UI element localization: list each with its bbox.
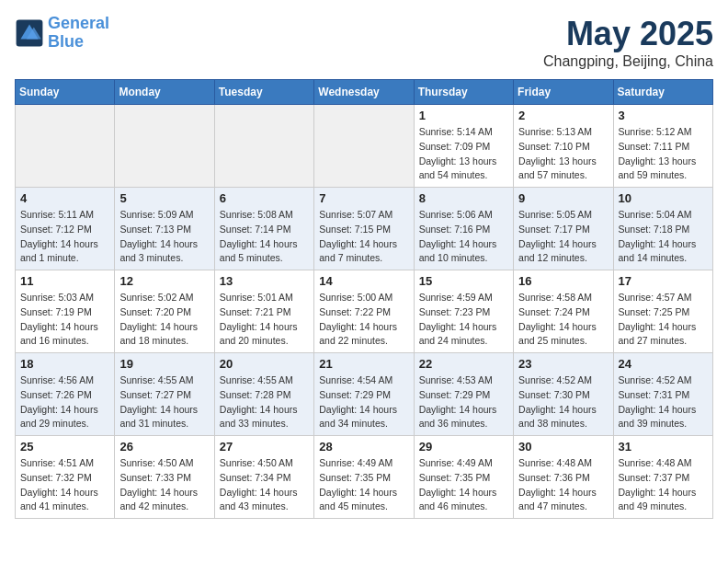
day-info: Sunrise: 5:07 AM Sunset: 7:15 PM Dayligh… <box>319 208 408 266</box>
calendar-cell: 12Sunrise: 5:02 AM Sunset: 7:20 PM Dayli… <box>115 270 214 353</box>
day-number: 20 <box>220 357 309 371</box>
day-number: 28 <box>319 440 408 454</box>
day-info: Sunrise: 4:51 AM Sunset: 7:32 PM Dayligh… <box>20 456 109 514</box>
calendar-week-3: 11Sunrise: 5:03 AM Sunset: 7:19 PM Dayli… <box>16 270 713 353</box>
day-info: Sunrise: 5:14 AM Sunset: 7:09 PM Dayligh… <box>419 125 508 183</box>
day-info: Sunrise: 5:02 AM Sunset: 7:20 PM Dayligh… <box>119 291 209 349</box>
day-info: Sunrise: 5:12 AM Sunset: 7:11 PM Dayligh… <box>619 125 708 183</box>
calendar-cell: 27Sunrise: 4:50 AM Sunset: 7:34 PM Dayli… <box>214 436 313 519</box>
calendar-cell: 20Sunrise: 4:55 AM Sunset: 7:28 PM Dayli… <box>214 353 313 436</box>
day-number: 12 <box>119 274 209 288</box>
day-number: 26 <box>119 440 209 454</box>
logo: General Blue <box>15 15 109 52</box>
day-info: Sunrise: 4:54 AM Sunset: 7:29 PM Dayligh… <box>319 373 408 431</box>
weekday-header-saturday: Saturday <box>613 80 712 105</box>
weekday-header-wednesday: Wednesday <box>314 80 414 105</box>
calendar-cell <box>314 105 414 188</box>
calendar-cell: 22Sunrise: 4:53 AM Sunset: 7:29 PM Dayli… <box>414 353 513 436</box>
day-number: 4 <box>20 191 109 205</box>
calendar-cell: 2Sunrise: 5:13 AM Sunset: 7:10 PM Daylig… <box>514 105 613 188</box>
day-info: Sunrise: 5:05 AM Sunset: 7:17 PM Dayligh… <box>518 208 608 266</box>
day-info: Sunrise: 4:50 AM Sunset: 7:34 PM Dayligh… <box>220 456 309 514</box>
calendar-cell: 5Sunrise: 5:09 AM Sunset: 7:13 PM Daylig… <box>115 188 214 270</box>
day-number: 18 <box>20 357 109 371</box>
day-number: 23 <box>518 357 608 371</box>
day-number: 14 <box>319 274 408 288</box>
day-info: Sunrise: 4:50 AM Sunset: 7:33 PM Dayligh… <box>119 456 209 514</box>
day-info: Sunrise: 5:04 AM Sunset: 7:18 PM Dayligh… <box>619 208 708 266</box>
calendar-cell: 14Sunrise: 5:00 AM Sunset: 7:22 PM Dayli… <box>314 270 414 353</box>
day-number: 6 <box>220 191 309 205</box>
day-info: Sunrise: 5:08 AM Sunset: 7:14 PM Dayligh… <box>220 208 309 266</box>
day-info: Sunrise: 4:58 AM Sunset: 7:24 PM Dayligh… <box>518 291 608 349</box>
day-number: 7 <box>319 191 408 205</box>
calendar-cell: 10Sunrise: 5:04 AM Sunset: 7:18 PM Dayli… <box>613 188 712 270</box>
weekday-header-row: SundayMondayTuesdayWednesdayThursdayFrid… <box>16 80 713 105</box>
day-number: 19 <box>119 357 209 371</box>
page-header: General Blue May 2025 Changping, Beijing… <box>15 15 713 70</box>
day-number: 5 <box>119 191 209 205</box>
day-number: 17 <box>619 274 708 288</box>
calendar-cell: 28Sunrise: 4:49 AM Sunset: 7:35 PM Dayli… <box>314 436 414 519</box>
day-info: Sunrise: 4:48 AM Sunset: 7:37 PM Dayligh… <box>619 456 708 514</box>
calendar-cell: 8Sunrise: 5:06 AM Sunset: 7:16 PM Daylig… <box>414 188 513 270</box>
day-number: 2 <box>518 109 608 122</box>
day-info: Sunrise: 5:06 AM Sunset: 7:16 PM Dayligh… <box>419 208 508 266</box>
weekday-header-sunday: Sunday <box>16 80 115 105</box>
day-number: 25 <box>20 440 109 454</box>
day-info: Sunrise: 4:59 AM Sunset: 7:23 PM Dayligh… <box>419 291 508 349</box>
calendar-cell: 11Sunrise: 5:03 AM Sunset: 7:19 PM Dayli… <box>16 270 115 353</box>
calendar-cell: 19Sunrise: 4:55 AM Sunset: 7:27 PM Dayli… <box>115 353 214 436</box>
day-number: 21 <box>319 357 408 371</box>
day-info: Sunrise: 4:53 AM Sunset: 7:29 PM Dayligh… <box>419 373 508 431</box>
day-number: 10 <box>619 191 708 205</box>
calendar-cell: 25Sunrise: 4:51 AM Sunset: 7:32 PM Dayli… <box>16 436 115 519</box>
calendar-cell <box>115 105 214 188</box>
day-number: 27 <box>220 440 309 454</box>
calendar-cell: 23Sunrise: 4:52 AM Sunset: 7:30 PM Dayli… <box>514 353 613 436</box>
day-info: Sunrise: 4:52 AM Sunset: 7:30 PM Dayligh… <box>518 373 608 431</box>
location-title: Changping, Beijing, China <box>543 53 713 70</box>
day-info: Sunrise: 5:11 AM Sunset: 7:12 PM Dayligh… <box>20 208 109 266</box>
day-number: 30 <box>518 440 608 454</box>
calendar-cell: 9Sunrise: 5:05 AM Sunset: 7:17 PM Daylig… <box>514 188 613 270</box>
calendar-cell: 17Sunrise: 4:57 AM Sunset: 7:25 PM Dayli… <box>613 270 712 353</box>
calendar-cell: 26Sunrise: 4:50 AM Sunset: 7:33 PM Dayli… <box>115 436 214 519</box>
calendar-cell: 7Sunrise: 5:07 AM Sunset: 7:15 PM Daylig… <box>314 188 414 270</box>
calendar-cell: 4Sunrise: 5:11 AM Sunset: 7:12 PM Daylig… <box>16 188 115 270</box>
calendar-cell: 15Sunrise: 4:59 AM Sunset: 7:23 PM Dayli… <box>414 270 513 353</box>
day-info: Sunrise: 4:57 AM Sunset: 7:25 PM Dayligh… <box>619 291 708 349</box>
calendar-cell: 13Sunrise: 5:01 AM Sunset: 7:21 PM Dayli… <box>214 270 313 353</box>
day-info: Sunrise: 4:55 AM Sunset: 7:27 PM Dayligh… <box>119 373 209 431</box>
calendar-table: SundayMondayTuesdayWednesdayThursdayFrid… <box>15 79 713 519</box>
calendar-cell: 29Sunrise: 4:49 AM Sunset: 7:35 PM Dayli… <box>414 436 513 519</box>
calendar-cell: 21Sunrise: 4:54 AM Sunset: 7:29 PM Dayli… <box>314 353 414 436</box>
day-info: Sunrise: 5:13 AM Sunset: 7:10 PM Dayligh… <box>518 125 608 183</box>
day-info: Sunrise: 4:52 AM Sunset: 7:31 PM Dayligh… <box>619 373 708 431</box>
day-info: Sunrise: 5:03 AM Sunset: 7:19 PM Dayligh… <box>20 291 109 349</box>
day-number: 13 <box>220 274 309 288</box>
day-info: Sunrise: 4:55 AM Sunset: 7:28 PM Dayligh… <box>220 373 309 431</box>
day-info: Sunrise: 4:56 AM Sunset: 7:26 PM Dayligh… <box>20 373 109 431</box>
day-number: 3 <box>619 109 708 122</box>
day-number: 15 <box>419 274 508 288</box>
day-number: 31 <box>619 440 708 454</box>
calendar-cell: 31Sunrise: 4:48 AM Sunset: 7:37 PM Dayli… <box>613 436 712 519</box>
day-number: 1 <box>419 109 508 122</box>
calendar-cell: 3Sunrise: 5:12 AM Sunset: 7:11 PM Daylig… <box>613 105 712 188</box>
weekday-header-tuesday: Tuesday <box>214 80 313 105</box>
weekday-header-friday: Friday <box>514 80 613 105</box>
day-number: 16 <box>518 274 608 288</box>
calendar-week-2: 4Sunrise: 5:11 AM Sunset: 7:12 PM Daylig… <box>16 188 713 270</box>
calendar-week-1: 1Sunrise: 5:14 AM Sunset: 7:09 PM Daylig… <box>16 105 713 188</box>
calendar-cell: 18Sunrise: 4:56 AM Sunset: 7:26 PM Dayli… <box>16 353 115 436</box>
calendar-cell: 1Sunrise: 5:14 AM Sunset: 7:09 PM Daylig… <box>414 105 513 188</box>
calendar-week-5: 25Sunrise: 4:51 AM Sunset: 7:32 PM Dayli… <box>16 436 713 519</box>
calendar-week-4: 18Sunrise: 4:56 AM Sunset: 7:26 PM Dayli… <box>16 353 713 436</box>
weekday-header-thursday: Thursday <box>414 80 513 105</box>
day-number: 9 <box>518 191 608 205</box>
day-info: Sunrise: 5:00 AM Sunset: 7:22 PM Dayligh… <box>319 291 408 349</box>
logo-line1: General <box>48 14 109 32</box>
day-number: 8 <box>419 191 508 205</box>
day-info: Sunrise: 4:49 AM Sunset: 7:35 PM Dayligh… <box>419 456 508 514</box>
